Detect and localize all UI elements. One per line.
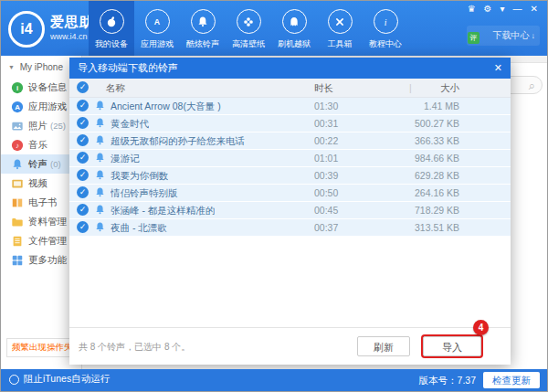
ringtone-row[interactable]: ✓张涵峰 - 都是这样精准的00:45718.29 KB	[69, 202, 511, 218]
sidebar-item-count: (0)	[50, 159, 61, 169]
row-checkbox[interactable]: ✓	[77, 117, 89, 129]
row-checkbox[interactable]: ✓	[77, 134, 89, 146]
nav-item-1[interactable]: A应用游戏	[134, 1, 180, 56]
menu-icon[interactable]: ▾	[501, 5, 505, 14]
ringtone-size: 984.66 KB	[415, 150, 459, 166]
ringtone-name: 张涵峰 - 都是这样精准的	[111, 202, 215, 218]
files-icon	[11, 235, 24, 248]
main-nav: 我的设备A应用游戏酷炫铃声高清壁纸刷机越狱工具箱i教程中心	[89, 1, 408, 56]
photos-icon	[11, 120, 24, 132]
selection-summary: 共 8 个铃声，已选中 8 个。	[79, 341, 190, 354]
ringtone-size: 1.41 MB	[424, 98, 459, 114]
svg-text:i: i	[385, 16, 387, 26]
import-button[interactable]: 导入	[423, 336, 481, 356]
ringtone-duration: 00:31	[314, 115, 338, 132]
ringtone-duration: 00:45	[314, 202, 338, 218]
search-icon: ⌕	[529, 79, 535, 93]
ringtone-row[interactable]: ✓情侣铃声特别版00:50264.16 KB	[69, 185, 511, 201]
ringtone-duration: 00:39	[314, 167, 338, 184]
ringtone-row[interactable]: ✓Ancient Arrow 08(大音量 )01:301.41 MB	[69, 98, 511, 114]
apple-icon	[100, 9, 124, 34]
step-badge: 4	[473, 320, 489, 335]
nav-item-label: 教程中心	[369, 38, 402, 50]
ringtone-duration: 01:30	[314, 98, 338, 114]
dialog-title: 导入移动端下载的铃声	[78, 62, 178, 73]
sidebar-item-count: (25)	[50, 121, 66, 131]
nav-item-2[interactable]: 酷炫铃声	[180, 1, 226, 56]
nav-item-3[interactable]: 高清壁纸	[226, 1, 271, 56]
ringtone-size: 264.16 KB	[415, 185, 459, 201]
bell-icon	[94, 117, 106, 129]
ringtone-row[interactable]: ✓我要为你倒数00:39629.28 KB	[69, 167, 511, 184]
nav-item-6[interactable]: i教程中心	[363, 1, 408, 56]
sidebar-item-label: 照片	[28, 120, 47, 132]
minimize-icon[interactable]: —	[513, 5, 522, 14]
ringtone-size: 500.27 KB	[415, 115, 459, 132]
ringtone-icon	[11, 158, 24, 171]
data-icon	[11, 216, 24, 228]
column-duration: 时长	[314, 79, 333, 97]
refresh-button[interactable]: 刷新	[357, 336, 410, 356]
ringtone-name: 漫游记	[111, 150, 140, 166]
ebook-icon	[11, 196, 24, 209]
nav-item-label: 应用游戏	[141, 38, 174, 50]
vip-icon[interactable]: ♛	[468, 5, 476, 14]
bell-icon	[94, 169, 106, 181]
sidebar-item-label: 应用游戏	[28, 101, 67, 113]
dialog-close-icon[interactable]: ✕	[494, 58, 502, 79]
music-icon: ♪	[11, 139, 24, 152]
top-nav-bar: i4 爱思助手 www.i4.cn 我的设备A应用游戏酷炫铃声高清壁纸刷机越狱工…	[1, 1, 547, 56]
check-update-button[interactable]: 检查更新	[483, 372, 540, 388]
sidebar-item-label: 电子书	[28, 196, 58, 209]
nav-item-label: 高清壁纸	[232, 38, 265, 50]
svg-text:i: i	[16, 84, 18, 92]
row-checkbox[interactable]: ✓	[77, 221, 89, 233]
nav-item-5[interactable]: 工具箱	[317, 1, 363, 56]
ringtone-name: 超级无敌郁闷的孙子给您来电话	[111, 132, 245, 149]
ringtone-name: 我要为你倒数	[111, 167, 168, 184]
select-all-checkbox[interactable]: ✓	[77, 81, 89, 93]
sidebar-item-label: 视频	[28, 177, 47, 190]
bell-icon	[94, 186, 106, 198]
column-name: 名称	[106, 79, 125, 97]
close-window-icon[interactable]: ✕	[531, 5, 538, 14]
ringtone-row[interactable]: ✓漫游记01:01984.66 KB	[69, 150, 511, 166]
ringtone-row[interactable]: ✓夜曲 - 北漂歌00:37313.51 KB	[69, 219, 511, 236]
ringtone-size: 313.51 KB	[415, 219, 459, 236]
row-checkbox[interactable]: ✓	[77, 169, 89, 181]
device-info-icon: i	[11, 81, 24, 94]
bell-icon	[94, 134, 106, 146]
settings-icon[interactable]: ⚙	[484, 5, 492, 14]
radio-icon	[9, 375, 19, 385]
download-icon: ↓	[532, 31, 536, 40]
nav-item-4[interactable]: 刷机越狱	[271, 1, 317, 56]
nav-item-label: 我的设备	[95, 38, 128, 50]
ringtone-name: 情侣铃声特别版	[111, 185, 178, 201]
nav-item-label: 酷炫铃声	[186, 38, 219, 50]
more-icon	[11, 254, 24, 267]
mask-icon	[282, 9, 307, 34]
ringtone-duration: 00:50	[314, 185, 338, 201]
row-checkbox[interactable]: ✓	[77, 204, 89, 216]
window-controls: ♛ ⚙ ▾ — ✕	[468, 5, 538, 14]
row-checkbox[interactable]: ✓	[77, 100, 89, 111]
ringtone-duration: 00:37	[314, 219, 338, 236]
svg-text:♪: ♪	[16, 142, 19, 150]
bell-icon	[94, 204, 106, 216]
sidebar-item-label: 音乐	[28, 139, 47, 152]
row-checkbox[interactable]: ✓	[77, 186, 89, 198]
app-window: i4 爱思助手 www.i4.cn 我的设备A应用游戏酷炫铃声高清壁纸刷机越狱工…	[0, 0, 548, 392]
sidebar-item-label: 文件管理	[28, 235, 67, 248]
row-checkbox[interactable]: ✓	[77, 152, 89, 164]
nav-item-0[interactable]: 我的设备	[89, 1, 134, 56]
svg-text:A: A	[15, 103, 20, 111]
ringtone-row[interactable]: ✓超级无敌郁闷的孙子给您来电话00:22366.33 KB	[69, 132, 511, 149]
app-icon: A	[11, 101, 24, 113]
bell-icon	[94, 221, 106, 233]
nav-item-label: 刷机越狱	[278, 38, 311, 50]
bell-icon	[94, 100, 106, 111]
download-center-button[interactable]: 评 下载中心↓	[467, 26, 540, 46]
ringtone-row[interactable]: ✓黄金时代00:31500.27 KB	[69, 115, 511, 132]
ringtone-size: 366.33 KB	[415, 132, 459, 149]
block-itunes-toggle[interactable]: 阻止iTunes自动运行	[9, 373, 110, 386]
